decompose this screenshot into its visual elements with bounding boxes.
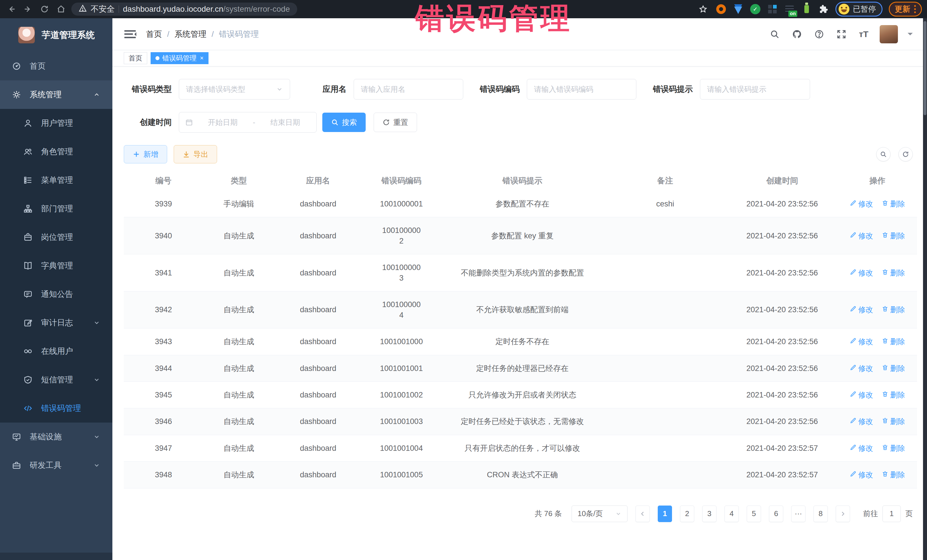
browser-menu-dots-icon[interactable] <box>914 5 916 13</box>
app-name-input[interactable] <box>354 79 463 100</box>
fullscreen-icon[interactable] <box>835 28 848 41</box>
tag-error-code[interactable]: 错误码管理 × <box>150 52 208 64</box>
tag-home[interactable]: 首页 <box>124 52 147 64</box>
table-row[interactable]: 3944自动生成dashboard1001001001定时任务的处理器已经存在2… <box>124 355 917 382</box>
refresh-icon[interactable] <box>38 3 51 15</box>
extension-list-icon[interactable]: on <box>784 4 795 15</box>
github-icon[interactable] <box>791 28 803 41</box>
edit-link[interactable]: 修改 <box>850 231 873 241</box>
prev-page-button[interactable] <box>635 505 650 522</box>
delete-link[interactable]: 删除 <box>881 390 905 400</box>
bookmark-star-icon[interactable] <box>697 3 710 15</box>
delete-link[interactable]: 删除 <box>881 268 905 278</box>
sidebar-item-10[interactable]: 在线用户 <box>0 337 112 366</box>
sidebar-item-13[interactable]: 基础设施 <box>0 423 112 451</box>
toggle-search-button[interactable] <box>876 147 891 161</box>
url-text[interactable]: dashboard.yudao.iocoder.cn/system/error-… <box>123 5 290 14</box>
delete-link[interactable]: 删除 <box>881 364 905 373</box>
edit-link[interactable]: 修改 <box>850 390 873 400</box>
sidebar-item-12[interactable]: 错误码管理 <box>0 394 112 423</box>
table-row[interactable]: 3947自动生成dashboard1001001004只有开启状态的任务，才可以… <box>124 435 917 461</box>
reset-button[interactable]: 重置 <box>374 112 417 132</box>
extension-green-check-icon[interactable]: ✓ <box>750 4 761 15</box>
sidebar-item-4[interactable]: 菜单管理 <box>0 166 112 194</box>
security-label[interactable]: 不安全 <box>91 4 115 15</box>
table-row[interactable]: 3941自动生成dashboard1001000003不能删除类型为系统内置的参… <box>124 254 917 291</box>
sidebar-item-9[interactable]: 审计日志 <box>0 308 112 337</box>
error-hint-input[interactable] <box>700 79 810 100</box>
sidebar-item-6[interactable]: 岗位管理 <box>0 223 112 252</box>
sidebar-item-8[interactable]: 通知公告 <box>0 280 112 308</box>
table-row[interactable]: 3948自动生成dashboard1001001005CRON 表达式不正确20… <box>124 461 917 488</box>
add-button[interactable]: 新增 <box>124 145 167 163</box>
page-button-1[interactable]: 1 <box>658 505 672 522</box>
delete-link[interactable]: 删除 <box>881 417 905 426</box>
browser-profile-chip[interactable]: 已暂停 <box>836 2 883 17</box>
sidebar-item-2[interactable]: 用户管理 <box>0 109 112 137</box>
page-button-8[interactable]: 8 <box>813 505 828 522</box>
table-row[interactable]: 3942自动生成dashboard1001000004不允许获取敏感配置到前端2… <box>124 291 917 328</box>
home-icon[interactable] <box>55 3 67 15</box>
page-size-select[interactable]: 10条/页 <box>571 505 628 522</box>
edit-link[interactable]: 修改 <box>850 470 873 480</box>
date-range-picker[interactable]: 开始日期 - 结束日期 <box>179 112 317 133</box>
page-button-4[interactable]: 4 <box>725 505 739 522</box>
breadcrumb-system[interactable]: 系统管理 <box>175 29 207 39</box>
extension-grid-icon[interactable] <box>767 4 778 15</box>
search-button[interactable]: 搜索 <box>322 112 366 132</box>
extensions-puzzle-icon[interactable] <box>818 4 829 15</box>
delete-link[interactable]: 删除 <box>881 305 905 315</box>
sidebar-item-14[interactable]: 研发工具 <box>0 451 112 480</box>
edit-link[interactable]: 修改 <box>850 305 873 315</box>
table-row[interactable]: 3946自动生成dashboard1001001003定时任务已经处于该状态，无… <box>124 408 917 435</box>
edit-link[interactable]: 修改 <box>850 337 873 347</box>
table-row[interactable]: 3939手动编辑dashboard1001000001参数配置不存在ceshi2… <box>124 191 917 217</box>
delete-link[interactable]: 删除 <box>881 337 905 347</box>
error-type-select[interactable]: 请选择错误码类型 <box>179 79 290 100</box>
goto-page-input[interactable] <box>883 505 901 522</box>
user-avatar[interactable] <box>880 25 898 43</box>
delete-link[interactable]: 删除 <box>881 443 905 453</box>
page-button-3[interactable]: 3 <box>702 505 716 522</box>
app-logo[interactable]: 芋道管理系统 <box>0 18 112 52</box>
table-row[interactable]: 3940自动生成dashboard1001000002参数配置 key 重复20… <box>124 217 917 254</box>
delete-link[interactable]: 删除 <box>881 470 905 480</box>
page-button-2[interactable]: 2 <box>680 505 694 522</box>
refresh-table-button[interactable] <box>898 147 913 161</box>
font-size-icon[interactable]: ᴛT <box>857 28 870 41</box>
sidebar-item-1[interactable]: 系统管理 <box>0 80 112 109</box>
next-page-button[interactable] <box>836 505 850 522</box>
extension-gem-icon[interactable] <box>733 4 744 15</box>
sidebar-collapse-icon[interactable] <box>124 29 136 40</box>
delete-link[interactable]: 删除 <box>881 231 905 241</box>
edit-link[interactable]: 修改 <box>850 268 873 278</box>
edit-link[interactable]: 修改 <box>850 443 873 453</box>
address-bar[interactable]: 不安全 dashboard.yudao.iocoder.cn/system/er… <box>71 3 297 16</box>
header-search-icon[interactable] <box>768 28 781 41</box>
page-ellipsis[interactable]: ··· <box>791 505 805 522</box>
help-icon[interactable] <box>813 28 825 41</box>
delete-link[interactable]: 删除 <box>881 199 905 209</box>
edit-link[interactable]: 修改 <box>850 364 873 373</box>
sidebar-item-7[interactable]: 字典管理 <box>0 252 112 280</box>
extension-orange-icon[interactable] <box>716 4 726 15</box>
error-code-input[interactable] <box>527 79 636 100</box>
table-row[interactable]: 3945自动生成dashboard1001001002只允许修改为开启或者关闭状… <box>124 382 917 408</box>
sidebar-item-3[interactable]: 角色管理 <box>0 137 112 166</box>
scrollbar-thumb[interactable] <box>924 21 926 115</box>
sidebar-item-11[interactable]: 短信管理 <box>0 366 112 394</box>
page-button-6[interactable]: 6 <box>769 505 783 522</box>
page-button-5[interactable]: 5 <box>747 505 761 522</box>
edit-link[interactable]: 修改 <box>850 199 873 209</box>
browser-scrollbar[interactable] <box>923 18 927 560</box>
sidebar-item-0[interactable]: 首页 <box>0 52 112 80</box>
sidebar-item-5[interactable]: 部门管理 <box>0 194 112 223</box>
export-button[interactable]: 导出 <box>174 145 217 163</box>
extension-spray-icon[interactable] <box>801 4 812 15</box>
forward-icon[interactable] <box>22 3 34 15</box>
tag-close-icon[interactable]: × <box>200 55 204 61</box>
breadcrumb-home[interactable]: 首页 <box>146 29 162 39</box>
user-menu-caret-icon[interactable] <box>907 33 913 38</box>
back-icon[interactable] <box>5 3 18 15</box>
table-row[interactable]: 3943自动生成dashboard1001001000定时任务不存在2021-0… <box>124 328 917 355</box>
